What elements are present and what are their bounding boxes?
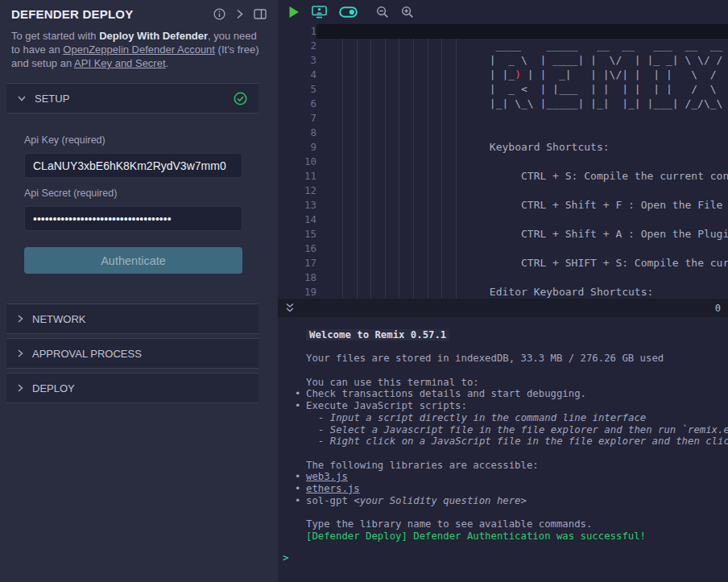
section-approval-label: APPROVAL PROCESS <box>32 348 142 360</box>
editor-line-text <box>316 24 728 39</box>
terminal-line: [Defender Deploy] Defender Authenticatio… <box>278 530 728 543</box>
editor-line[interactable]: 3 | _ \ | ____| | \/ | |_ _| \ \/ / <box>278 53 728 68</box>
editor-line[interactable]: 8 <box>278 126 728 140</box>
chevron-down-icon <box>18 96 26 101</box>
zoom-in-icon[interactable] <box>401 6 414 19</box>
setup-form: Api Key (required) Api Secret (required)… <box>0 114 278 299</box>
bullet-icon: • <box>295 388 300 400</box>
terminal-link[interactable]: ethers.js <box>306 483 360 494</box>
terminal-line: •web3.js <box>278 471 728 483</box>
authenticate-button[interactable]: Authenticate <box>24 247 242 274</box>
editor-line-text: | _ < | |___ | | | | | | / \ <box>316 82 728 97</box>
editor-line[interactable]: 14 <box>278 213 728 227</box>
editor-line-text: CTRL + SHIFT + S: Compile the current co… <box>316 256 728 270</box>
line-number: 3 <box>278 53 316 68</box>
editor-lines: 12 ____ _____ __ __ ___ __ __3 | _ \ | _… <box>278 24 728 299</box>
terminal-blank-line <box>278 365 728 377</box>
code-editor[interactable]: 12 ____ _____ __ __ ___ __ __3 | _ \ | _… <box>278 24 728 299</box>
terminal-text: Check transactions details and start deb… <box>306 388 586 399</box>
line-number: 18 <box>278 270 316 285</box>
editor-line[interactable]: 1 <box>278 24 728 39</box>
terminal-text: - Select a Javascript file in the file e… <box>318 424 728 435</box>
editor-line[interactable]: 13 CTRL + Shift + F : Open the File Expl… <box>278 198 728 213</box>
api-secret-label: Api Secret (required) <box>24 188 242 199</box>
terminal-line: - Select a Javascript file in the file e… <box>278 424 728 436</box>
section-approval-process[interactable]: APPROVAL PROCESS <box>6 338 259 369</box>
editor-line[interactable]: 16 <box>278 241 728 256</box>
info-icon[interactable] <box>213 8 225 20</box>
run-script-icon[interactable] <box>288 6 300 19</box>
zoom-out-icon[interactable] <box>376 6 389 19</box>
bullet-icon: • <box>295 495 300 507</box>
line-number: 16 <box>278 241 316 256</box>
terminal-text: Your files are stored in indexedDB, 33.3… <box>306 353 664 364</box>
defender-account-link[interactable]: OpenZeppelin Defender Account <box>63 43 215 56</box>
editor-line[interactable]: 10 <box>278 155 728 169</box>
bullet-icon: • <box>295 400 300 412</box>
terminal-text: [Defender Deploy] Defender Authenticatio… <box>306 530 646 542</box>
editor-line-text <box>316 270 728 285</box>
line-number: 6 <box>278 97 316 111</box>
editor-line[interactable]: 7 <box>278 111 728 126</box>
terminal-line: - Input a script directly in the command… <box>278 412 728 424</box>
terminal-link[interactable]: web3.js <box>306 471 348 482</box>
editor-line-text <box>316 126 728 140</box>
terminal-blank-line <box>278 506 728 518</box>
editor-line[interactable]: 9 Keyboard Shortcuts: <box>278 140 728 155</box>
api-key-secret-link[interactable]: API Key and Secret <box>74 57 165 69</box>
editor-line-text: |_| \_\ |_____| |_| |_| |___| /_/\_\ <box>316 97 728 111</box>
line-number: 9 <box>278 140 316 155</box>
terminal-text: <your Solidity question here> <box>354 495 527 506</box>
api-key-label: Api Key (required) <box>24 134 242 146</box>
api-key-input[interactable] <box>24 153 242 178</box>
terminal-line: •Check transactions details and start de… <box>278 388 728 400</box>
terminal-toolbar: 0 <box>278 299 728 317</box>
terminal-prompt: > <box>283 551 289 563</box>
editor-line-text <box>316 184 728 198</box>
editor-line[interactable]: 5 | _ < | |___ | | | | | | / \ <box>278 82 728 97</box>
terminal-text: The following libraries are accessible: <box>306 460 539 471</box>
editor-line[interactable]: 18 <box>278 270 728 285</box>
terminal-blank-line <box>278 448 728 460</box>
editor-line[interactable]: 17 CTRL + SHIFT + S: Compile the current… <box>278 256 728 270</box>
panel-header-icons <box>213 8 267 20</box>
terminal-expand-icon[interactable] <box>285 303 295 313</box>
editor-line[interactable]: 4 | |_) | | _| | |\/| | | | \ / <box>278 68 728 82</box>
chevron-right-icon <box>18 315 23 323</box>
section-deploy[interactable]: DEPLOY <box>6 373 259 403</box>
line-number: 11 <box>278 169 316 184</box>
terminal[interactable]: Welcome to Remix 0.57.1Your files are st… <box>278 317 728 582</box>
theme-toggle-icon[interactable] <box>339 6 358 18</box>
editor-line-text <box>316 213 728 227</box>
editor-line[interactable]: 15 CTRL + Shift + A : Open the Plugin Ma… <box>278 227 728 241</box>
chevron-right-icon[interactable] <box>236 9 243 19</box>
terminal-line: You can use this terminal to: <box>278 377 728 389</box>
editor-line[interactable]: 19 Editor Keyboard Shortcuts: <box>278 285 728 299</box>
terminal-input[interactable]: > <box>278 552 728 564</box>
terminal-text: You can use this terminal to: <box>306 377 479 388</box>
panel-layout-icon[interactable] <box>254 9 267 19</box>
bullet-icon: • <box>295 471 300 483</box>
terminal-text: - Input a script directly in the command… <box>318 412 646 423</box>
line-number: 13 <box>278 198 316 213</box>
terminal-text: - Right click on a JavaScript file in th… <box>318 435 728 447</box>
editor-line-text: CTRL + S: Compile the current contract <box>316 169 728 184</box>
section-setup[interactable]: SETUP <box>6 83 259 114</box>
terminal-text: sol-gpt <box>306 495 354 506</box>
check-circle-icon <box>234 92 247 105</box>
section-network[interactable]: NETWORK <box>6 303 259 334</box>
editor-line-text: Editor Keyboard Shortcuts: <box>316 285 728 299</box>
line-number: 8 <box>278 126 316 140</box>
editor-line[interactable]: 6 |_| \_\ |_____| |_| |_| |___| /_/\_\ <box>278 97 728 111</box>
editor-line[interactable]: 2 ____ _____ __ __ ___ __ __ <box>278 39 728 53</box>
api-secret-input[interactable] <box>24 206 242 231</box>
remixd-connect-icon[interactable] <box>312 6 327 19</box>
terminal-line: Welcome to Remix 0.57.1 <box>278 329 728 341</box>
editor-line[interactable]: 12 <box>278 184 728 198</box>
line-number: 5 <box>278 82 316 97</box>
line-number: 17 <box>278 256 316 270</box>
editor-line[interactable]: 11 CTRL + S: Compile the current contrac… <box>278 169 728 184</box>
terminal-line: •ethers.js <box>278 483 728 495</box>
chevron-right-icon <box>18 349 23 357</box>
desc-text-1: To get started with <box>11 30 99 42</box>
